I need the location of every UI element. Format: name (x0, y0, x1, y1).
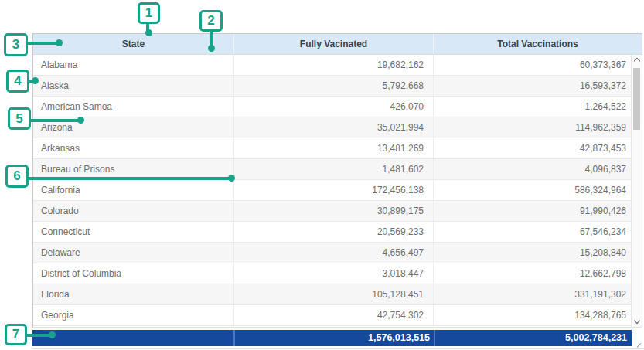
totals-state-cell (32, 330, 233, 346)
table-row[interactable]: American Samoa426,0701,264,522 (33, 97, 631, 117)
table-row[interactable]: Colorado30,899,17591,990,426 (33, 201, 631, 222)
cell-total-vaccinations: 4,096,837 (434, 159, 631, 179)
cell-fully-vacinated: 172,456,138 (234, 180, 434, 200)
table-row[interactable]: Arkansas13,481,26942,873,453 (33, 138, 631, 159)
cell-fully-vacinated: 4,656,497 (234, 243, 434, 263)
cell-state: American Samoa (33, 97, 234, 117)
cell-total-vaccinations: 16,593,372 (434, 76, 631, 96)
attribute-table: State Fully Vacinated Total Vaccinations… (32, 33, 642, 328)
cell-fully-vacinated: 426,070 (234, 97, 434, 117)
callout-1-dot (145, 29, 152, 36)
summary-totals-row: 1,576,013,515 5,002,784,231 (32, 330, 632, 346)
scroll-down-button[interactable] (632, 316, 642, 327)
cell-fully-vacinated: 105,128,451 (234, 284, 434, 304)
cell-total-vaccinations: 60,373,367 (434, 55, 631, 75)
scroll-up-button[interactable] (632, 55, 642, 66)
callout-7-marker: 7 (5, 324, 27, 345)
callout-4-marker: 4 (6, 70, 29, 93)
table-row[interactable]: District of Columbia3,018,44712,662,798 (33, 263, 631, 284)
table-row[interactable]: Arizona35,021,994114,962,359 (33, 117, 631, 138)
callout-5-connector (29, 119, 81, 122)
column-header-state[interactable]: State (33, 34, 234, 54)
chevron-down-icon (634, 318, 640, 324)
cell-fully-vacinated: 20,569,233 (234, 222, 434, 242)
table-row[interactable]: Florida105,128,451331,191,302 (33, 284, 631, 305)
callout-3-marker: 3 (4, 33, 28, 56)
cell-total-vaccinations: 15,208,840 (434, 243, 631, 263)
chevron-up-icon (634, 58, 640, 64)
cell-total-vaccinations: 586,324,964 (434, 180, 631, 200)
callout-2-dot (208, 45, 215, 52)
callout-3-dot (56, 39, 63, 46)
cell-fully-vacinated: 3,018,447 (234, 263, 434, 284)
table-row[interactable]: Georgia42,754,302134,288,765 (33, 305, 631, 326)
cell-fully-vacinated: 19,682,162 (234, 55, 434, 75)
resize-grip-icon (635, 342, 641, 347)
cell-state: Georgia (33, 305, 234, 325)
cell-state: Arkansas (33, 138, 234, 158)
callout-4-dot (32, 77, 39, 84)
cell-fully-vacinated: 13,481,269 (234, 138, 434, 158)
callout-7-dot (49, 331, 56, 338)
cell-total-vaccinations: 134,288,765 (434, 305, 631, 325)
callout-1-marker: 1 (138, 2, 160, 24)
attribute-table-widget: State Fully Vacinated Total Vaccinations… (0, 0, 644, 350)
cell-state: Connecticut (33, 222, 234, 242)
totals-fully-vacinated: 1,576,013,515 (233, 330, 434, 346)
callout-6-connector (27, 177, 232, 180)
cell-state: Alaska (33, 76, 234, 96)
scrollbar-thumb[interactable] (633, 68, 640, 130)
cell-total-vaccinations: 1,264,522 (434, 97, 631, 117)
table-row[interactable]: Alabama19,682,16260,373,367 (33, 55, 631, 76)
cell-total-vaccinations: 42,873,453 (434, 138, 631, 158)
cell-fully-vacinated: 35,021,994 (234, 117, 434, 138)
callout-6-dot (228, 175, 235, 182)
cell-state: Delaware (33, 243, 234, 263)
column-header-total-vaccinations[interactable]: Total Vaccinations (434, 34, 642, 54)
callout-6-marker: 6 (5, 165, 29, 188)
cell-total-vaccinations: 12,662,798 (434, 263, 631, 284)
table-header-row: State Fully Vacinated Total Vaccinations (33, 34, 642, 55)
callout-2-marker: 2 (199, 10, 223, 32)
callout-3-connector (26, 42, 60, 45)
cell-state: California (33, 180, 234, 200)
table-body: Alabama19,682,16260,373,367Alaska5,792,6… (33, 55, 631, 327)
callout-5-marker: 5 (8, 107, 31, 130)
cell-state: Florida (33, 284, 234, 304)
callout-5-dot (77, 117, 84, 124)
cell-fully-vacinated: 42,754,302 (234, 305, 434, 325)
cell-state: Colorado (33, 201, 234, 221)
cell-total-vaccinations: 331,191,302 (434, 284, 631, 304)
cell-total-vaccinations: 67,546,234 (434, 222, 631, 242)
cell-fully-vacinated: 30,899,175 (234, 201, 434, 221)
cell-total-vaccinations: 114,962,359 (434, 117, 631, 138)
table-row[interactable]: California172,456,138586,324,964 (33, 180, 631, 201)
totals-total-vaccinations: 5,002,784,231 (434, 330, 632, 346)
cell-state: Alabama (33, 55, 234, 75)
table-row[interactable]: Delaware4,656,49715,208,840 (33, 243, 631, 263)
cell-fully-vacinated: 1,481,602 (234, 159, 434, 179)
page-bottom-border (32, 348, 644, 349)
column-header-fully-vacinated[interactable]: Fully Vacinated (234, 34, 434, 54)
cell-fully-vacinated: 5,792,668 (234, 76, 434, 96)
vertical-scrollbar[interactable] (631, 55, 642, 327)
cell-state: District of Columbia (33, 263, 234, 284)
table-row[interactable]: Alaska5,792,66816,593,372 (33, 76, 631, 97)
cell-total-vaccinations: 91,990,426 (434, 201, 631, 221)
table-row[interactable]: Connecticut20,569,23367,546,234 (33, 222, 631, 243)
